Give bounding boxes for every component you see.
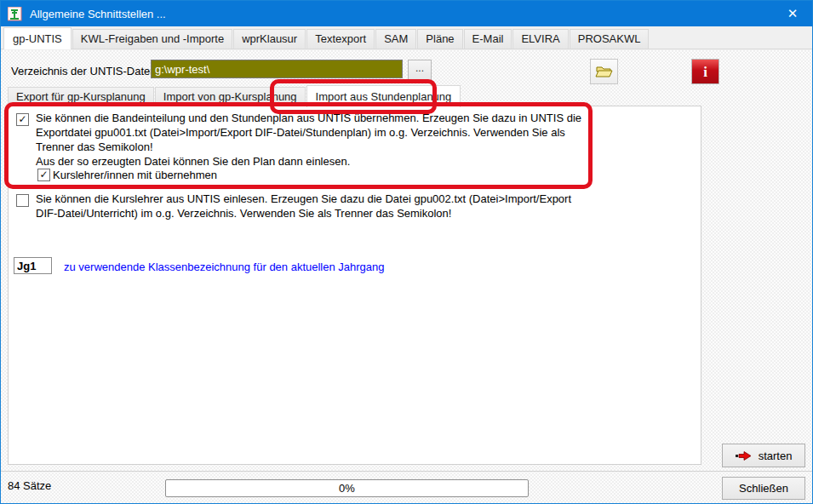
inner-tab-strip: Export für gp-Kursplanung Import von gp-… bbox=[8, 83, 461, 106]
titlebar: Allgemeine Schnittstellen ... ✕ bbox=[1, 1, 812, 26]
info-button[interactable]: i bbox=[691, 59, 719, 84]
close-icon[interactable]: ✕ bbox=[773, 1, 812, 26]
directory-input[interactable] bbox=[151, 60, 403, 78]
window-title: Allgemeine Schnittstellen ... bbox=[30, 8, 773, 20]
tab-elvira[interactable]: ELVIRA bbox=[512, 29, 568, 49]
jahrgang-label: zu verwendende Klassenbezeichnung für de… bbox=[64, 261, 385, 273]
tab-email[interactable]: E-Mail bbox=[464, 29, 512, 49]
jahrgang-input[interactable] bbox=[14, 257, 52, 274]
close-dialog-label: Schließen bbox=[739, 482, 788, 495]
browse-button[interactable]: ... bbox=[408, 60, 432, 81]
import-stundenplan-text2: Aus der so erzeugten Datei können Sie de… bbox=[36, 154, 589, 169]
main-tab-strip: gp-UNTIS KWL-Freigaben und -Importe wprK… bbox=[1, 26, 812, 49]
import-stundenplan-text: Sie können die Bandeinteilung und den St… bbox=[36, 111, 589, 154]
app-icon bbox=[8, 7, 22, 21]
import-kurslehrer-text: Sie können die Kurslehrer aus UNTIS einl… bbox=[36, 192, 589, 220]
tab-export-gp-kursplanung[interactable]: Export für gp-Kursplanung bbox=[8, 87, 154, 106]
import-stundenplan-checkbox[interactable]: ✓ bbox=[16, 113, 29, 126]
close-dialog-button[interactable]: Schließen bbox=[722, 477, 805, 500]
tab-import-gp-kursplanung[interactable]: Import von gp-Kursplanung bbox=[155, 87, 306, 106]
tab-kwl-freigaben[interactable]: KWL-Freigaben und -Importe bbox=[72, 29, 232, 49]
red-arrow-icon bbox=[736, 451, 752, 461]
info-icon: i bbox=[703, 65, 707, 79]
tab-textexport[interactable]: Textexport bbox=[306, 29, 375, 49]
tab-wprklausur[interactable]: wprKlausur bbox=[233, 29, 306, 49]
kurslehrer-uebernehmen-label: Kurslehrer/innen mit übernehmen bbox=[53, 168, 217, 182]
import-kurslehrer-checkbox[interactable] bbox=[16, 194, 29, 207]
tab-plaene[interactable]: Pläne bbox=[417, 29, 462, 49]
tab-import-stundenplanung[interactable]: Import aus Stundenplanung bbox=[306, 85, 461, 107]
open-folder-button[interactable] bbox=[590, 59, 618, 84]
folder-icon bbox=[595, 65, 613, 78]
directory-label: Verzeichnis der UNTIS-Daten bbox=[11, 65, 157, 77]
statusbar-divider bbox=[1, 471, 812, 472]
tab-gp-untis[interactable]: gp-UNTIS bbox=[3, 27, 72, 49]
kurslehrer-uebernehmen-checkbox[interactable]: ✓ bbox=[37, 169, 50, 181]
start-button-label: starten bbox=[759, 450, 793, 462]
record-count: 84 Sätze bbox=[8, 479, 51, 492]
tab-prosakwl[interactable]: PROSAKWL bbox=[570, 29, 650, 49]
dialog-allgemeine-schnittstellen: Allgemeine Schnittstellen ... ✕ gp-UNTIS… bbox=[0, 0, 813, 504]
import-stundenplanung-panel: ✓ Sie können die Bandeinteilung und den … bbox=[8, 106, 701, 465]
progress-bar: 0% bbox=[165, 479, 529, 497]
tab-sam[interactable]: SAM bbox=[375, 29, 416, 49]
start-button[interactable]: starten bbox=[722, 444, 805, 467]
